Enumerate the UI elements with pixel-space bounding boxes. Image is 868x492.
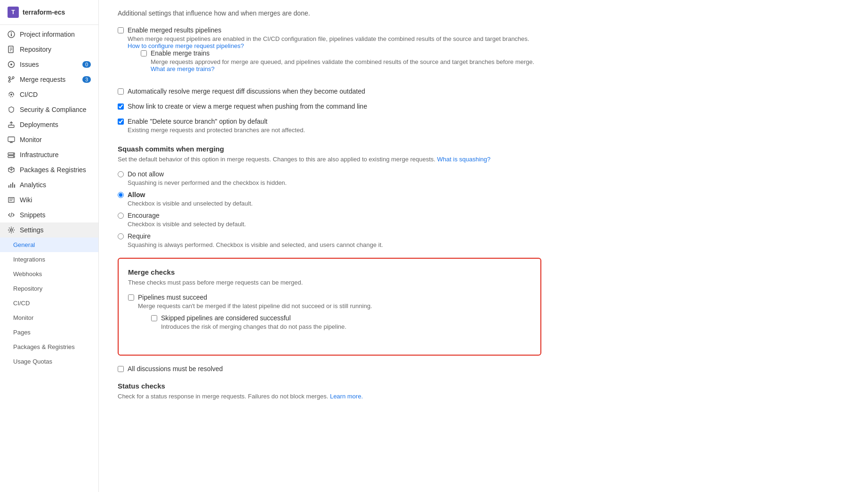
svg-point-10	[8, 80, 10, 82]
sidebar-item-label: Project information	[20, 31, 75, 38]
sidebar-subitem-label: Usage Quotas	[13, 358, 52, 365]
sidebar-item-issues[interactable]: Issues 0	[0, 57, 98, 72]
enable-merged-results-checkbox[interactable]	[118, 27, 124, 33]
sidebar-subitem-packages-registries[interactable]: Packages & Registries	[0, 340, 98, 354]
sidebar-subitem-label: Integrations	[13, 256, 45, 263]
squash-encourage-label[interactable]: Encourage	[128, 212, 160, 219]
sidebar-item-settings[interactable]: Settings	[0, 222, 98, 238]
sidebar-item-security-compliance[interactable]: Security & Compliance	[0, 102, 98, 117]
all-discussions-label[interactable]: All discussions must be resolved	[128, 365, 223, 373]
delete-source-checkbox[interactable]	[118, 119, 124, 125]
svg-point-8	[10, 63, 12, 65]
sidebar-item-project-information[interactable]: Project information	[0, 27, 98, 42]
enable-merge-trains-checkbox[interactable]	[141, 50, 147, 56]
sidebar-item-label: Wiki	[20, 196, 32, 204]
svg-rect-19	[8, 185, 9, 188]
squash-encourage-content: Encourage Checkbox is visible and select…	[128, 212, 246, 228]
enable-merge-trains-indent: Enable merge trains Merge requests appro…	[141, 49, 541, 72]
pipelines-must-succeed-checkbox[interactable]	[128, 294, 134, 301]
squash-do-not-allow-radio[interactable]	[118, 171, 124, 177]
gear-icon	[8, 226, 15, 234]
svg-rect-13	[8, 125, 14, 127]
sidebar-item-snippets[interactable]: Snippets	[0, 207, 98, 222]
sidebar-item-label: Monitor	[20, 136, 42, 143]
avatar: T	[8, 7, 19, 18]
all-discussions-checkbox[interactable]	[118, 366, 124, 372]
delete-source-row: Enable "Delete source branch" option by …	[118, 118, 541, 134]
enable-merged-results-label[interactable]: Enable merged results pipelines	[128, 26, 221, 34]
sidebar-subitem-monitor[interactable]: Monitor	[0, 310, 98, 325]
sidebar-item-label: Issues	[20, 61, 39, 68]
merge-trains-link[interactable]: What are merge trains?	[151, 65, 215, 72]
sidebar-subitem-usage-quotas[interactable]: Usage Quotas	[0, 354, 98, 369]
skipped-pipelines-desc: Introduces the risk of merging changes t…	[161, 323, 346, 330]
squash-require-label[interactable]: Require	[128, 232, 151, 240]
squash-allow-desc: Checkbox is visible and unselected by de…	[128, 200, 253, 207]
auto-resolve-label[interactable]: Automatically resolve merge request diff…	[128, 87, 365, 95]
sidebar-item-monitor[interactable]: Monitor	[0, 132, 98, 147]
sidebar-subitem-label: General	[13, 241, 35, 248]
sidebar-header[interactable]: T terraform-ecs	[0, 0, 98, 25]
sidebar-subitem-label: Monitor	[13, 314, 33, 321]
sidebar-item-merge-requests[interactable]: Merge requests 3	[0, 72, 98, 87]
sidebar-item-wiki[interactable]: Wiki	[0, 192, 98, 207]
sidebar-subitem-label: Pages	[13, 329, 31, 336]
sidebar-item-packages-registries[interactable]: Packages & Registries	[0, 162, 98, 177]
svg-point-26	[10, 229, 13, 231]
delete-source-content: Enable "Delete source branch" option by …	[128, 118, 305, 134]
delete-source-label[interactable]: Enable "Delete source branch" option by …	[128, 118, 267, 125]
enable-merge-trains-label[interactable]: Enable merge trains	[151, 49, 209, 57]
sidebar-item-infrastructure[interactable]: Infrastructure	[0, 147, 98, 162]
skipped-pipelines-label[interactable]: Skipped pipelines are considered success…	[161, 314, 291, 322]
squash-allow-label[interactable]: Allow	[128, 191, 145, 198]
pipelines-must-succeed-desc: Merge requests can't be merged if the la…	[138, 302, 372, 309]
sidebar-item-analytics[interactable]: Analytics	[0, 177, 98, 192]
top-description: Additional settings that influence how a…	[118, 9, 541, 17]
skipped-pipelines-checkbox[interactable]	[151, 315, 157, 321]
show-link-label[interactable]: Show link to create or view a merge requ…	[128, 103, 367, 110]
squash-link[interactable]: What is squashing?	[437, 156, 490, 163]
svg-point-17	[13, 153, 14, 154]
project-title: terraform-ecs	[23, 8, 65, 16]
enable-merge-trains-row: Enable merge trains Merge requests appro…	[141, 49, 541, 72]
squash-allow-row: Allow Checkbox is visible and unselected…	[118, 191, 541, 207]
merged-results-link[interactable]: How to configure merge request pipelines…	[128, 42, 244, 49]
sidebar-subitem-cicd[interactable]: CI/CD	[0, 296, 98, 310]
sidebar-item-label: Security & Compliance	[20, 106, 87, 113]
shield-icon	[8, 106, 15, 113]
squash-do-not-allow-label[interactable]: Do not allow	[128, 170, 164, 178]
sidebar-subitem-pages[interactable]: Pages	[0, 325, 98, 340]
sidebar-item-repository[interactable]: Repository	[0, 42, 98, 57]
show-link-row: Show link to create or view a merge requ…	[118, 103, 541, 110]
pipelines-must-succeed-label[interactable]: Pipelines must succeed	[138, 294, 207, 301]
squash-require-content: Require Squashing is always performed. C…	[128, 232, 383, 248]
squash-allow-content: Allow Checkbox is visible and unselected…	[128, 191, 253, 207]
status-checks-link[interactable]: Learn more.	[330, 393, 363, 400]
svg-rect-2	[11, 32, 12, 33]
sidebar-item-deployments[interactable]: Deployments	[0, 117, 98, 132]
sidebar-item-cicd[interactable]: CI/CD	[0, 87, 98, 102]
merge-requests-badge: 3	[82, 76, 91, 83]
merge-checks-title: Merge checks	[128, 268, 531, 276]
squash-desc-text: Set the default behavior of this option …	[118, 156, 435, 163]
auto-resolve-checkbox[interactable]	[118, 88, 124, 95]
sidebar-subitem-integrations[interactable]: Integrations	[0, 252, 98, 267]
show-link-checkbox[interactable]	[118, 103, 124, 110]
merge-trains-desc-text: Merge requests approved for merge are qu…	[151, 58, 534, 65]
squash-encourage-radio[interactable]	[118, 213, 124, 219]
pipelines-must-succeed-row: Pipelines must succeed Merge requests ca…	[128, 294, 531, 338]
deploy-icon	[8, 121, 15, 128]
status-checks-desc: Check for a status response in merge req…	[118, 393, 541, 400]
settings-content: Additional settings that influence how a…	[118, 9, 541, 400]
sidebar-subitem-label: Webhooks	[13, 270, 42, 278]
sidebar-subitem-repository[interactable]: Repository	[0, 281, 98, 296]
squash-require-radio[interactable]	[118, 233, 124, 239]
merge-checks-box: Merge checks These checks must pass befo…	[118, 258, 541, 356]
sidebar-subitem-general[interactable]: General	[0, 238, 98, 252]
sidebar-item-label: Analytics	[20, 181, 46, 189]
squash-encourage-row: Encourage Checkbox is visible and select…	[118, 212, 541, 228]
all-discussions-row: All discussions must be resolved	[118, 365, 541, 373]
skipped-pipelines-content: Skipped pipelines are considered success…	[161, 314, 346, 330]
sidebar-subitem-webhooks[interactable]: Webhooks	[0, 267, 98, 281]
squash-allow-radio[interactable]	[118, 192, 124, 198]
